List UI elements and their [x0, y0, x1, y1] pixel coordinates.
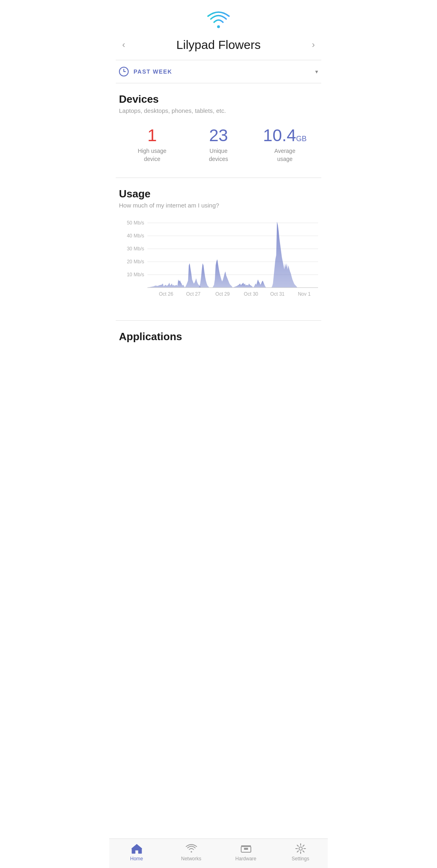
prev-network-button[interactable]: ‹: [119, 36, 128, 53]
applications-title: Applications: [119, 330, 318, 343]
unique-devices-value: 23: [209, 126, 228, 145]
clock-icon: [119, 67, 129, 76]
network-title: Lilypad Flowers: [176, 38, 261, 52]
high-usage-value: 1: [147, 126, 157, 145]
wifi-icon: [207, 11, 230, 29]
unique-devices-stat: 23 Uniquedevices: [185, 126, 252, 163]
svg-point-0: [217, 25, 220, 28]
applications-section: Applications: [109, 321, 328, 377]
usage-subtitle: How much of my internet am I using?: [119, 202, 318, 209]
average-usage-stat: 10.4GB Averageusage: [252, 126, 318, 163]
svg-text:20 Mb/s: 20 Mb/s: [127, 259, 144, 265]
svg-text:Oct 26: Oct 26: [159, 291, 174, 297]
high-usage-stat: 1 High usagedevice: [119, 126, 185, 163]
svg-marker-15: [212, 259, 233, 288]
usage-chart: 50 Mb/s 40 Mb/s 30 Mb/s 20 Mb/s 10 Mb/s: [119, 217, 318, 306]
title-bar: ‹ Lilypad Flowers ›: [109, 33, 328, 60]
svg-text:Nov 1: Nov 1: [298, 291, 311, 297]
devices-title: Devices: [119, 93, 318, 106]
usage-section: Usage How much of my internet am I using…: [109, 178, 328, 320]
svg-marker-12: [147, 279, 185, 288]
svg-marker-13: [185, 263, 201, 288]
svg-text:Oct 27: Oct 27: [186, 291, 201, 297]
svg-text:50 Mb/s: 50 Mb/s: [127, 220, 144, 226]
period-selector[interactable]: PAST WEEK ▾: [109, 60, 328, 83]
svg-text:10 Mb/s: 10 Mb/s: [127, 272, 144, 277]
svg-text:Oct 31: Oct 31: [270, 291, 285, 297]
svg-marker-14: [199, 263, 209, 288]
average-usage-label: Averageusage: [274, 147, 295, 163]
average-usage-value: 10.4GB: [263, 126, 307, 145]
usage-title: Usage: [119, 188, 318, 200]
chevron-down-icon: ▾: [315, 68, 318, 75]
period-label: PAST WEEK: [134, 68, 315, 75]
wifi-header: [109, 0, 328, 33]
stats-row: 1 High usagedevice 23 Uniquedevices 10.4…: [119, 122, 318, 171]
devices-section: Devices Laptops, desktops, phones, table…: [109, 83, 328, 178]
svg-text:Oct 29: Oct 29: [215, 291, 230, 297]
unique-devices-label: Uniquedevices: [209, 147, 228, 163]
next-network-button[interactable]: ›: [309, 36, 318, 53]
svg-text:40 Mb/s: 40 Mb/s: [127, 233, 144, 239]
high-usage-label: High usagedevice: [138, 147, 167, 163]
svg-text:30 Mb/s: 30 Mb/s: [127, 246, 144, 252]
devices-subtitle: Laptops, desktops, phones, tablets, etc.: [119, 107, 318, 114]
svg-marker-16: [233, 283, 253, 288]
svg-marker-17: [253, 279, 266, 288]
svg-text:Oct 30: Oct 30: [244, 291, 259, 297]
